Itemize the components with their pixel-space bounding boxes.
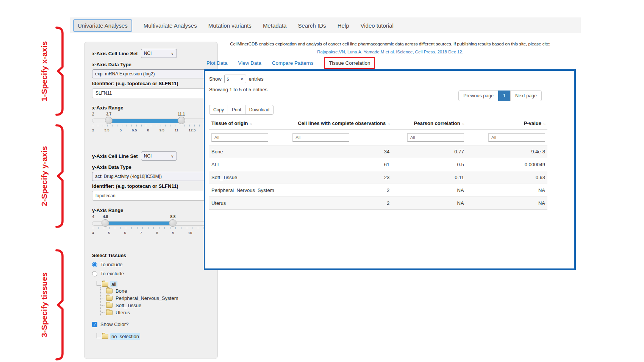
app-description: CellMinerCDB enables exploration and ana… — [204, 42, 577, 46]
cell-p-value: NA — [466, 197, 547, 210]
nav-tab-video-tutorial[interactable]: Video tutorial — [360, 22, 393, 29]
checkbox-checked-icon: ✓ — [92, 322, 97, 327]
header-pearson-correlation[interactable]: Pearson correlation↑↓ — [392, 117, 466, 130]
nav-tab-label: Search IDs — [298, 22, 326, 29]
include-radio-label: To include — [100, 262, 123, 267]
cell-tissue: Peripheral_Nervous_System — [209, 184, 290, 197]
x-cell-line-set-select[interactable]: NCI ∨ — [141, 49, 177, 58]
tree-connector — [101, 312, 105, 313]
tree-node-peripheral-nervous-system[interactable]: Peripheral_Nervous_System — [101, 295, 210, 302]
x-range-handle-high[interactable] — [178, 117, 185, 124]
nav-tab-metadata[interactable]: Metadata — [263, 22, 287, 29]
page-1-button[interactable]: 1 — [498, 90, 511, 101]
x-range-handle-low[interactable] — [105, 117, 113, 124]
tissues-include-radio[interactable]: To include — [92, 262, 210, 267]
print-button[interactable]: Print — [228, 105, 245, 115]
show-color-checkbox[interactable]: ✓ Show Color? — [92, 321, 210, 327]
x-data-type-label: x-Axis Data Type — [92, 62, 210, 67]
tree-node-uterus[interactable]: Uterus — [101, 309, 210, 316]
y-range-slider: 4 4.8 8.8 11 4567891011 — [92, 215, 210, 237]
y-cell-line-set-label: y-Axis Cell Line Set — [92, 153, 138, 159]
filter-pearson-input[interactable] — [407, 133, 464, 142]
filter-cell-lines-input[interactable] — [292, 133, 349, 142]
y-identifier-input[interactable] — [92, 191, 210, 201]
tree-node-all[interactable]: all — [97, 281, 210, 287]
y-range-handle-high[interactable] — [169, 219, 177, 227]
next-page-button[interactable]: Next page — [510, 90, 542, 101]
control-sidebar: x-Axis Cell Line Set NCI ∨ x-Axis Data T… — [84, 42, 218, 359]
tree-node-label: all — [110, 281, 117, 287]
tab-tissue-correlation[interactable]: Tissue Correlation — [324, 57, 375, 69]
folder-icon — [106, 303, 113, 308]
page-size-control: Show 5 ∨ entries — [209, 75, 264, 83]
tree-connector — [101, 291, 105, 291]
nav-tab-label: Multivariate Analyses — [144, 22, 197, 29]
nav-tab-univariate-analyses[interactable]: Univariate Analyses — [73, 19, 132, 32]
cell-p-value: 0.63 — [466, 171, 547, 184]
tree-connector — [97, 333, 101, 338]
table-filter-row — [209, 130, 547, 145]
header-tissue-of-origin[interactable]: Tissue of origin↑↓ — [209, 117, 290, 130]
top-navbar: Univariate Analyses Multivariate Analyse… — [70, 17, 581, 33]
download-button[interactable]: Download — [245, 105, 274, 115]
y-range-ticks — [93, 227, 209, 229]
x-range-low-value: 3.7 — [106, 112, 111, 116]
cell-pearson: 0.5 — [392, 158, 466, 171]
nav-tab-search-ids[interactable]: Search IDs — [298, 22, 326, 29]
tree-node-soft-tissue[interactable]: Soft_Tissue — [101, 302, 210, 309]
y-cell-line-set-value: NCI — [144, 153, 152, 159]
x-data-type-select[interactable]: exp: mRNA Expression (log2) ∨ — [92, 69, 210, 78]
x-identifier-input[interactable] — [92, 88, 210, 98]
copy-button[interactable]: Copy — [209, 105, 228, 115]
filter-tissue-input[interactable] — [211, 133, 268, 142]
page-size-select[interactable]: 5 ∨ — [224, 75, 246, 83]
radio-unselected-icon — [92, 271, 97, 276]
sort-icon: ↑↓ — [543, 122, 545, 126]
x-range-tick-labels: 23.556.589.51112.514 — [92, 128, 210, 132]
folder-icon — [106, 310, 113, 315]
header-p-value[interactable]: P-value↑↓ — [466, 117, 547, 130]
tree-node-bone[interactable]: Bone — [101, 287, 210, 295]
nav-tab-label: Mutation variants — [208, 22, 252, 29]
x-range-selected — [109, 119, 181, 123]
nav-tab-multivariate-analyses[interactable]: Multivariate Analyses — [144, 22, 197, 29]
x-range-ticks — [93, 125, 209, 127]
tree-node-label: Uterus — [114, 309, 131, 316]
previous-page-button[interactable]: Previous page — [458, 90, 499, 101]
filter-p-value-input[interactable] — [488, 133, 545, 142]
chevron-down-icon: ∨ — [240, 76, 243, 81]
cell-count: 61 — [290, 158, 392, 171]
annotation-step1-label: 1-Specify x-axis — [40, 41, 49, 101]
y-range-handle-low[interactable] — [102, 219, 109, 227]
table-row: Peripheral_Nervous_System 2 NA NA — [209, 184, 547, 197]
tree-node-label: Peripheral_Nervous_System — [114, 295, 179, 301]
radio-selected-icon — [92, 262, 97, 267]
tab-view-data[interactable]: View Data — [238, 60, 261, 66]
annotation-step3-bracket — [55, 248, 64, 361]
nav-tab-mutation-variants[interactable]: Mutation variants — [208, 22, 252, 29]
tree-connector — [101, 305, 105, 306]
table-row: Uterus 2 NA NA — [209, 197, 547, 210]
y-data-type-label: y-Axis Data Type — [92, 164, 210, 170]
y-cell-line-set-select[interactable]: NCI ∨ — [141, 151, 177, 161]
tree-node-no-selection[interactable]: no_selection — [97, 333, 210, 340]
citation-link[interactable]: Rajapakse.VN, Luna.A, Yamade.M et al. iS… — [204, 50, 577, 54]
cell-p-value: NA — [466, 184, 547, 197]
tree-node-label: no_selection — [110, 333, 140, 340]
tab-plot-data[interactable]: Plot Data — [206, 60, 228, 66]
nav-tab-help[interactable]: Help — [338, 22, 349, 29]
select-tissues-title: Select Tissues — [92, 253, 210, 258]
y-data-type-select[interactable]: act: Drug Activity (-log10[IC50M]) ∨ — [92, 172, 210, 181]
tissues-exclude-radio[interactable]: To exclude — [92, 271, 210, 276]
tab-compare-patterns[interactable]: Compare Patterns — [272, 60, 314, 66]
tree-connector — [97, 281, 101, 286]
exclude-radio-label: To exclude — [100, 271, 124, 276]
folder-icon — [106, 296, 113, 301]
header-cell-lines[interactable]: Cell lines with complete observations↑↓ — [290, 117, 392, 130]
page-size-value: 5 — [227, 77, 229, 81]
table-row: Bone 34 0.77 9.4e-8 — [209, 145, 547, 158]
y-range-track[interactable] — [92, 221, 210, 226]
cell-tissue: Uterus — [209, 197, 290, 210]
analysis-subtabs: Plot Data View Data Compare Patterns Tis… — [206, 57, 375, 69]
y-range-low-value: 4.8 — [103, 215, 108, 219]
